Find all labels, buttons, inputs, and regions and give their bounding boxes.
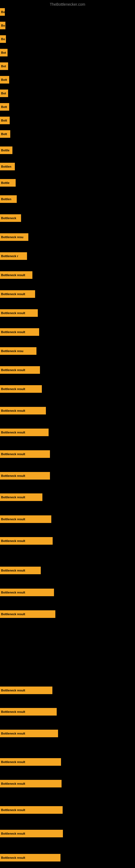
bar-label-8: Bott <box>1 105 7 108</box>
bar-label-27: Bottleneck result <box>1 453 25 456</box>
bar-item-15: Bottleneck <box>0 214 21 222</box>
bar-label-20: Bottleneck result <box>1 311 25 315</box>
bar-item-5: Bot <box>0 62 8 70</box>
bar-label-26: Bottleneck result <box>1 431 25 434</box>
bar-10: Bott <box>0 130 10 138</box>
bar-label-23: Bottleneck result <box>1 368 25 372</box>
bar-28: Bottleneck result <box>0 472 50 479</box>
bar-item-17: Bottleneck r <box>0 252 27 260</box>
bar-item-3: Bo <box>0 35 6 43</box>
bar-item-10: Bott <box>0 130 10 138</box>
bar-27: Bottleneck result <box>0 450 50 458</box>
bar-label-31: Bottleneck result <box>1 539 25 542</box>
bar-13: Bottle <box>0 179 16 187</box>
bar-label-21: Bottleneck result <box>1 330 25 334</box>
bar-7: Bot <box>0 90 8 97</box>
bar-label-16: Bottleneck resu <box>1 236 24 239</box>
bar-item-35: Bottleneck result <box>0 686 52 694</box>
bar-label-22: Bottleneck resu <box>1 349 24 352</box>
bar-label-37: Bottleneck result <box>1 732 25 735</box>
bar-label-13: Bottle <box>1 181 9 184</box>
bar-label-33: Bottleneck result <box>1 591 25 594</box>
bar-label-34: Bottleneck result <box>1 613 25 616</box>
bar-33: Bottleneck result <box>0 589 54 596</box>
bar-item-33: Bottleneck result <box>0 589 54 596</box>
bar-item-21: Bottleneck result <box>0 328 39 336</box>
bar-item-14: Bottlen <box>0 195 17 203</box>
bar-item-20: Bottleneck result <box>0 309 38 317</box>
bar-item-34: Bottleneck result <box>0 610 55 618</box>
bar-30: Bottleneck result <box>0 516 51 523</box>
bar-label-1: Bo <box>1 10 5 13</box>
bar-18: Bottleneck result <box>0 271 32 279</box>
bar-35: Bottleneck result <box>0 686 52 694</box>
bar-label-18: Bottleneck result <box>1 273 25 277</box>
bar-label-39: Bottleneck result <box>1 782 25 785</box>
bar-22: Bottleneck resu <box>0 347 37 355</box>
bar-37: Bottleneck result <box>0 730 58 737</box>
bar-label-7: Bot <box>1 92 6 95</box>
bar-39: Bottleneck result <box>0 780 61 787</box>
bar-31: Bottleneck result <box>0 537 53 545</box>
bar-23: Bottleneck result <box>0 366 40 374</box>
bar-29: Bottleneck result <box>0 493 42 501</box>
bar-item-29: Bottleneck result <box>0 493 42 501</box>
bar-label-19: Bottleneck result <box>1 292 25 296</box>
bar-label-36: Bottleneck result <box>1 710 25 713</box>
bar-42: Bottleneck result <box>0 854 60 862</box>
bar-label-5: Bot <box>1 65 6 68</box>
bar-11: Bottle <box>0 147 12 154</box>
bar-label-6: Bott <box>1 78 7 82</box>
bar-item-38: Bottleneck result <box>0 758 61 766</box>
bar-label-38: Bottleneck result <box>1 760 25 764</box>
bar-40: Bottleneck result <box>0 806 63 814</box>
bar-32: Bottleneck result <box>0 567 41 574</box>
bar-item-36: Bottleneck result <box>0 708 57 716</box>
bar-label-32: Bottleneck result <box>1 569 25 572</box>
bar-1: Bo <box>0 8 5 16</box>
bar-item-42: Bottleneck result <box>0 854 60 862</box>
bar-item-37: Bottleneck result <box>0 730 58 737</box>
bar-19: Bottleneck result <box>0 290 35 298</box>
bar-item-4: Bot <box>0 49 8 56</box>
bar-2: Bo <box>0 22 5 29</box>
bar-item-11: Bottle <box>0 147 12 154</box>
bar-15: Bottleneck <box>0 214 21 222</box>
bar-label-14: Bottlen <box>1 197 11 201</box>
bar-5: Bot <box>0 62 8 70</box>
bar-16: Bottleneck resu <box>0 233 28 241</box>
bar-label-29: Bottleneck result <box>1 496 25 499</box>
bar-label-15: Bottleneck <box>1 216 16 220</box>
bar-9: Bott <box>0 117 10 124</box>
bar-21: Bottleneck result <box>0 328 39 336</box>
bar-item-30: Bottleneck result <box>0 516 51 523</box>
bar-item-7: Bot <box>0 90 8 97</box>
bar-label-4: Bot <box>1 51 6 54</box>
bar-34: Bottleneck result <box>0 610 55 618</box>
bar-label-41: Bottleneck result <box>1 832 25 835</box>
bar-item-32: Bottleneck result <box>0 567 41 574</box>
bar-label-11: Bottle <box>1 149 9 152</box>
bar-item-19: Bottleneck result <box>0 290 35 298</box>
bar-6: Bott <box>0 76 9 84</box>
bar-label-2: Bo <box>1 24 5 27</box>
bar-38: Bottleneck result <box>0 758 61 766</box>
bar-36: Bottleneck result <box>0 708 57 716</box>
bar-label-40: Bottleneck result <box>1 808 25 812</box>
bar-item-2: Bo <box>0 22 5 29</box>
bar-item-6: Bott <box>0 76 9 84</box>
bar-label-24: Bottleneck result <box>1 388 25 391</box>
bar-item-39: Bottleneck result <box>0 780 61 787</box>
bar-4: Bot <box>0 49 8 56</box>
bar-label-30: Bottleneck result <box>1 518 25 521</box>
bar-12: Bottlen <box>0 163 15 170</box>
bar-item-9: Bott <box>0 117 10 124</box>
bar-3: Bo <box>0 35 6 43</box>
bar-label-28: Bottleneck result <box>1 474 25 477</box>
bar-item-40: Bottleneck result <box>0 806 63 814</box>
bar-26: Bottleneck result <box>0 429 49 436</box>
bar-item-8: Bott <box>0 103 9 111</box>
bar-item-26: Bottleneck result <box>0 429 49 436</box>
bar-item-22: Bottleneck resu <box>0 347 37 355</box>
bar-item-24: Bottleneck result <box>0 385 42 393</box>
